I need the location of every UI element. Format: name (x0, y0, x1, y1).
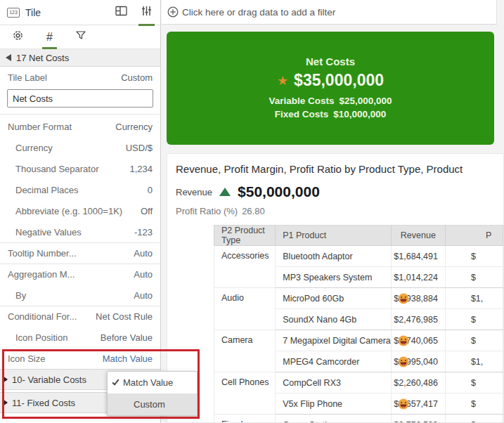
expand-arrow-icon (3, 399, 8, 406)
clipped-value-cell: $ (445, 267, 503, 288)
property-value[interactable]: Custom (121, 72, 153, 83)
product-cell[interactable]: SoundX Nano 4Gb (276, 309, 392, 330)
properties-panel-button[interactable] (140, 0, 153, 25)
property-value[interactable]: Match Value (103, 353, 153, 364)
property-label: Number Format (8, 122, 72, 132)
clipped-value-cell: $1, (445, 351, 503, 372)
panel-title: Tile (25, 7, 41, 18)
table-row: FixedGame Station$2,756,523$ (214, 415, 503, 423)
plus-circle-icon (167, 6, 179, 18)
property-row-currency[interactable]: CurrencyUSD/$ (0, 137, 160, 158)
sliders-icon (141, 6, 152, 19)
kpi-label: Revenue (176, 187, 212, 197)
tab-filters[interactable] (73, 25, 89, 49)
revenue-cell[interactable]: $1,014,224 (391, 267, 445, 288)
property-row-number-format[interactable]: Number FormatCurrency (0, 116, 160, 137)
property-value[interactable]: Auto (134, 290, 153, 301)
product-cell[interactable]: V5x Flip Phone (276, 393, 392, 415)
tile-value: $35,000,000 (294, 71, 384, 90)
property-label: Decimal Places (15, 185, 79, 195)
product-cell[interactable]: MPEG4 Camcorder (276, 351, 392, 372)
property-row-icon-position[interactable]: Icon PositionBefore Value (0, 327, 160, 348)
property-row-icon-size[interactable]: Icon SizeMatch Value (0, 348, 160, 369)
property-row-conditional-formatting[interactable]: Conditional For...Net Cost Rule (0, 306, 160, 327)
net-costs-tile-viz[interactable]: Net Costs ★ $35,000,000 Variable Costs$2… (167, 32, 494, 145)
rule-section-label: 11- Fixed Costs (12, 398, 75, 408)
tile-123-icon: 123 (7, 8, 20, 18)
data-table: P2 Product TypeP1 ProductRevenuePAccesso… (214, 225, 503, 423)
tile-subrow-fixed: Fixed Costs$10,000,000 (275, 108, 387, 121)
property-row-decimal-places[interactable]: Decimal Places0 (0, 179, 160, 200)
table-row: Cell PhonesCompCell RX3$2,260,486$ (214, 372, 503, 393)
smiley-icon (398, 293, 409, 306)
revenue-cell[interactable]: $2,260,486 (391, 372, 445, 393)
measure-section-label: 17 Net Costs (16, 53, 69, 63)
tile-subrow-variable: Variable Costs$25,000,000 (269, 94, 392, 108)
clipped-value-cell: $ (445, 415, 503, 423)
property-value[interactable]: Auto (134, 269, 153, 280)
property-value[interactable]: Auto (134, 248, 153, 259)
product-cell[interactable]: MP3 Speakers System (276, 267, 392, 288)
property-row-tooltip-number-format[interactable]: Tooltip Number...Auto (0, 242, 160, 263)
product-cell[interactable]: MicroPod 60Gb (276, 288, 392, 309)
clipped-value-cell: $ (445, 330, 503, 351)
property-value[interactable]: Net Cost Rule (96, 311, 153, 322)
property-value[interactable]: 1,234 (129, 164, 153, 174)
product-cell[interactable]: 7 Megapixel Digital Camera (276, 330, 392, 351)
table-viz-card[interactable]: Revenue, Profit Margin, Profit Ratio by … (167, 153, 504, 423)
filter-bar[interactable]: Click here or drag data to add a filter (162, 0, 497, 25)
column-header[interactable]: Revenue (391, 226, 445, 246)
clipped-value-cell: $ (445, 372, 503, 393)
product-type-cell[interactable]: Audio (214, 288, 276, 330)
tab-general[interactable] (10, 25, 26, 49)
property-label: Icon Size (8, 353, 45, 364)
property-row-thousand-separator[interactable]: Thousand Separator1,234 (0, 158, 160, 179)
property-value[interactable]: -123 (134, 227, 153, 237)
grammar-panel-button[interactable] (114, 0, 129, 25)
table-header-row: P2 Product TypeP1 ProductRevenueP (214, 226, 503, 246)
product-cell[interactable]: Bluetooth Adaptor (276, 246, 392, 267)
tab-values[interactable]: # (44, 25, 55, 49)
smiley-icon (398, 398, 409, 412)
dropdown-item-match-value[interactable]: Match Value (108, 372, 197, 393)
revenue-cell[interactable]: $2,756,523 (391, 415, 445, 423)
product-type-cell[interactable]: Fixed (214, 415, 276, 423)
revenue-cell[interactable]: $3,657,417 (391, 393, 445, 415)
revenue-cell[interactable]: $3,995,040 (391, 351, 445, 372)
revenue-cell[interactable]: $1,684,491 (391, 246, 445, 267)
property-value[interactable]: Off (141, 206, 153, 216)
property-row-aggregation-method[interactable]: Aggregation M...Auto (0, 263, 160, 285)
collapse-caret-icon (6, 54, 11, 61)
layout-icon (115, 6, 127, 19)
column-header[interactable]: P1 Product (276, 226, 392, 246)
property-row-negative-values[interactable]: Negative Values-123 (0, 221, 160, 242)
product-type-cell[interactable]: Accessories (214, 246, 276, 288)
property-row-by[interactable]: ByAuto (0, 285, 160, 306)
revenue-cell[interactable]: $4,938,884 (391, 288, 445, 309)
property-row-tile-label[interactable]: Tile Label Custom (0, 67, 160, 88)
property-label: Icon Position (15, 332, 67, 343)
properties-tab-strip: # (0, 25, 160, 49)
property-value[interactable]: Currency (115, 122, 153, 132)
property-value[interactable]: Before Value (101, 332, 153, 343)
product-type-cell[interactable]: Camera (214, 330, 276, 372)
column-header[interactable]: P2 Product Type (214, 226, 276, 246)
property-value[interactable]: USD/$ (126, 143, 153, 153)
revenue-cell[interactable]: $3,740,065 (391, 330, 445, 351)
canvas-area: Click here or drag data to add a filter … (162, 0, 504, 423)
smiley-icon (398, 335, 409, 349)
kpi-secondary: Profit Ratio (%)26.80 (167, 200, 503, 216)
dropdown-item-label: Custom (134, 399, 165, 410)
measure-section-header[interactable]: 17 Net Costs (0, 49, 160, 67)
property-value[interactable]: 0 (148, 185, 153, 195)
product-cell[interactable]: Game Station (276, 415, 392, 423)
expand-arrow-icon (3, 376, 8, 383)
clipped-value-cell: $1, (445, 288, 503, 309)
tile-name-input[interactable] (7, 89, 153, 108)
property-label: Currency (15, 143, 53, 153)
property-row-abbreviate[interactable]: Abbreviate (e.g. 1000=1K)Off (0, 200, 160, 221)
product-cell[interactable]: CompCell RX3 (276, 372, 392, 393)
product-type-cell[interactable]: Cell Phones (214, 372, 276, 415)
dropdown-item-custom[interactable]: Custom (108, 393, 197, 415)
revenue-cell[interactable]: $2,476,985 (391, 309, 445, 330)
